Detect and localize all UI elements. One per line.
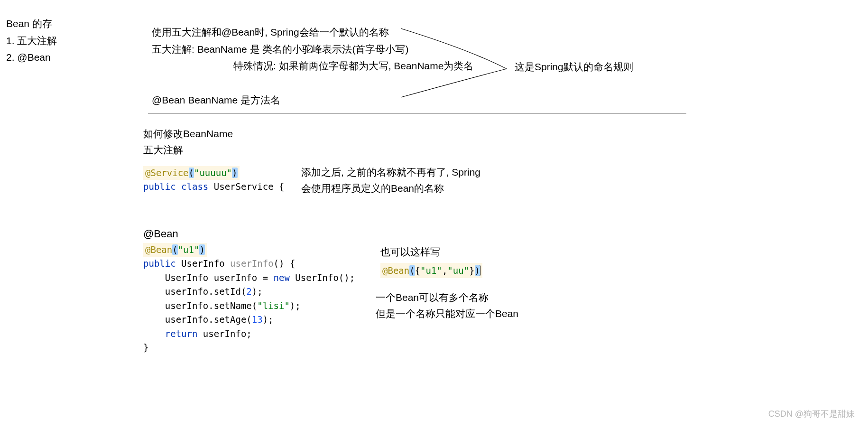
side-nav-title: Bean 的存 — [6, 15, 57, 32]
explain-bean-array: 也可以这样写 @Bean({"u1","uu"}) — [380, 244, 482, 278]
code-text: userInfo.setName( — [143, 300, 257, 311]
kw-return: return — [143, 328, 197, 339]
bean-section: @Bean @Bean("u1") public UserInfo userIn… — [143, 228, 355, 355]
rules-block: 使用五大注解和@Bean时, Spring会给一个默认的名称 五大注解: Bea… — [152, 24, 473, 109]
side-nav-item: 2. @Bean — [6, 49, 57, 66]
kw-new: new — [274, 272, 290, 283]
explain-line: 会使用程序员定义的Bean的名称 — [301, 180, 505, 196]
rule-line: @Bean BeanName 是方法名 — [152, 92, 473, 109]
footnote-line: 但是一个名称只能对应一个Bean — [376, 306, 518, 322]
kw-public: public — [143, 258, 176, 269]
class-name: UserService { — [214, 181, 285, 192]
code-text: ); — [263, 314, 274, 325]
return-type: UserInfo — [181, 258, 225, 269]
kw-public: public — [143, 181, 176, 192]
side-nav-item: 1. 五大注解 — [6, 32, 57, 49]
footnote: 一个Bean可以有多个名称 但是一个名称只能对应一个Bean — [376, 290, 518, 321]
annotation-keyword: @Bean — [145, 244, 172, 255]
code-block-bean: @Bean("u1") public UserInfo userInfo() {… — [143, 243, 355, 355]
explain-line: 添加之后, 之前的名称就不再有了, Spring — [301, 164, 505, 180]
default-naming-label: 这是Spring默认的命名规则 — [515, 60, 633, 74]
annotation-arg: "uuuuu" — [194, 168, 232, 178]
num-literal: 13 — [252, 314, 263, 325]
explain-line: 也可以这样写 — [380, 244, 482, 260]
rule-line: 使用五大注解和@Bean时, Spring会给一个默认的名称 — [152, 24, 473, 41]
kw-class: class — [181, 181, 208, 192]
rule-line: 特殊情况: 如果前两位字母都为大写, BeanName为类名 — [233, 57, 473, 75]
str-literal: "u1" — [420, 265, 442, 276]
annotation-arg: "u1" — [178, 244, 200, 255]
annotation-keyword: @Bean — [382, 265, 409, 276]
watermark: CSDN @狗哥不是甜妹 — [768, 408, 855, 420]
footnote-line: 一个Bean可以有多个名称 — [376, 290, 518, 306]
rule-line: 五大注解: BeanName 是 类名的小驼峰表示法(首字母小写) — [152, 41, 473, 58]
code-text: userInfo.setAge( — [143, 314, 252, 325]
method-rest: () { — [274, 258, 295, 269]
str-literal: "uu" — [447, 265, 469, 276]
code-text: ); — [252, 286, 263, 297]
explain-service: 添加之后, 之前的名称就不再有了, Spring 会使用程序员定义的Bean的名… — [301, 164, 505, 196]
comma: , — [442, 265, 447, 276]
code-text: UserInfo userInfo = — [143, 272, 274, 283]
divider — [148, 113, 686, 113]
annotation-keyword: @Service — [145, 168, 189, 178]
bean-heading: @Bean — [143, 228, 355, 240]
code-text: userInfo; — [197, 328, 251, 339]
modify-bean-name-section: 如何修改BeanName 五大注解 @Service("uuuuu") publ… — [143, 127, 284, 194]
code-block-service: @Service("uuuuu") public class UserServi… — [143, 166, 284, 194]
section-heading: 如何修改BeanName — [143, 127, 284, 140]
side-nav: Bean 的存 1. 五大注解 2. @Bean — [6, 15, 57, 66]
code-text: } — [143, 342, 148, 353]
code-text: UserInfo(); — [290, 272, 355, 283]
str-literal: "lisi" — [257, 300, 290, 311]
code-inline-bean-array: @Bean({"u1","uu"}) — [380, 263, 482, 278]
method-name: userInfo — [230, 258, 274, 269]
section-subheading: 五大注解 — [143, 143, 284, 157]
code-text: userInfo.setId( — [143, 286, 246, 297]
code-text: ); — [290, 300, 301, 311]
num-literal: 2 — [246, 286, 251, 297]
